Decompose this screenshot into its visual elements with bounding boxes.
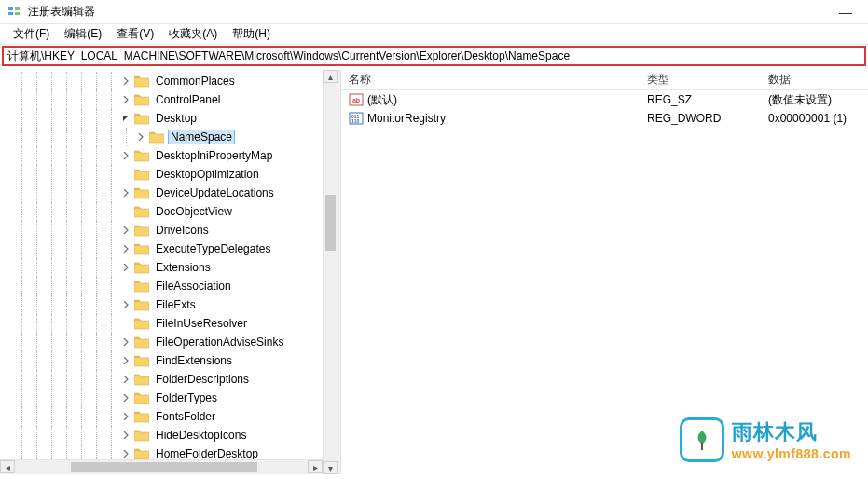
chevron-icon[interactable] xyxy=(134,133,147,141)
value-data: 0x00000001 (1) xyxy=(761,112,868,125)
tree-item-fileexts[interactable]: FileExts xyxy=(0,295,338,314)
col-name[interactable]: 名称 xyxy=(341,72,640,88)
tree-item-commonplaces[interactable]: CommonPlaces xyxy=(0,72,338,90)
tree-item-desktop[interactable]: Desktop xyxy=(0,109,338,128)
tree-item-namespace[interactable]: NameSpace xyxy=(0,128,338,146)
tree-item-findextensions[interactable]: FindExtensions xyxy=(0,351,338,370)
folder-icon xyxy=(134,410,149,423)
svg-rect-9 xyxy=(701,443,703,450)
chevron-icon[interactable] xyxy=(119,264,132,271)
tree-label: ControlPanel xyxy=(153,92,223,107)
col-data[interactable]: 数据 xyxy=(761,72,868,88)
menu-view[interactable]: 查看(V) xyxy=(109,26,161,42)
menu-edit[interactable]: 编辑(E) xyxy=(57,26,109,42)
folder-icon xyxy=(134,317,149,330)
folder-icon xyxy=(134,354,149,367)
value-type-icon: 011110 xyxy=(349,111,364,126)
tree-item-fileoperationadvisesinks[interactable]: FileOperationAdviseSinks xyxy=(0,333,338,351)
tree-scroll-up[interactable]: ▴ xyxy=(323,70,338,83)
address-bar[interactable]: 计算机\HKEY_LOCAL_MACHINE\SOFTWARE\Microsof… xyxy=(2,46,866,66)
tree-label: FolderTypes xyxy=(153,390,220,405)
window-controls: — xyxy=(834,3,861,21)
tree-hscroll-right[interactable]: ▸ xyxy=(308,460,323,473)
minimize-button[interactable]: — xyxy=(834,3,857,21)
tree-panel: CommonPlacesControlPanelDesktopNameSpace… xyxy=(0,70,338,474)
chevron-icon[interactable] xyxy=(119,450,132,458)
watermark-icon xyxy=(680,417,724,462)
tree-label: DriveIcons xyxy=(153,223,212,238)
chevron-icon[interactable] xyxy=(119,413,132,420)
tree-item-fileassociation[interactable]: FileAssociation xyxy=(0,277,338,295)
tree-scroll-thumb[interactable] xyxy=(325,195,336,251)
regedit-icon xyxy=(7,5,22,20)
chevron-icon[interactable] xyxy=(119,431,132,439)
tree-label: Extensions xyxy=(153,260,214,275)
tree-hscroll: ◂ ▸ xyxy=(0,459,323,474)
tree-item-hidedesktopicons[interactable]: HideDesktopIcons xyxy=(0,426,338,445)
chevron-icon[interactable] xyxy=(119,189,132,197)
tree-item-executetypedelegates[interactable]: ExecuteTypeDelegates xyxy=(0,240,338,258)
value-data: (数值未设置) xyxy=(761,92,868,108)
tree-item-extensions[interactable]: Extensions xyxy=(0,258,338,277)
svg-rect-3 xyxy=(15,12,20,15)
tree-item-controlpanel[interactable]: ControlPanel xyxy=(0,90,338,109)
value-type: REG_SZ xyxy=(640,93,761,106)
tree-scroll-down[interactable]: ▾ xyxy=(323,461,338,474)
folder-icon xyxy=(134,93,149,106)
folder-icon xyxy=(134,75,149,88)
chevron-icon[interactable] xyxy=(119,77,132,85)
tree-label: FindExtensions xyxy=(153,353,235,368)
tree-item-driveicons[interactable]: DriveIcons xyxy=(0,221,338,240)
value-row[interactable]: ab(默认)REG_SZ(数值未设置) xyxy=(341,90,868,109)
watermark-cn: 雨林木风 xyxy=(732,418,851,446)
value-row[interactable]: 011110MonitorRegistryREG_DWORD0x00000001… xyxy=(341,109,868,128)
chevron-icon[interactable] xyxy=(119,96,132,103)
main-panel: CommonPlacesControlPanelDesktopNameSpace… xyxy=(0,70,868,474)
tree-label: CommonPlaces xyxy=(153,74,238,89)
chevron-icon[interactable] xyxy=(119,152,132,159)
col-type[interactable]: 类型 xyxy=(640,72,761,88)
folder-icon xyxy=(134,261,149,274)
tree-hscroll-track[interactable] xyxy=(15,460,308,474)
address-path: 计算机\HKEY_LOCAL_MACHINE\SOFTWARE\Microsof… xyxy=(7,48,570,64)
svg-text:110: 110 xyxy=(351,118,360,124)
chevron-icon[interactable] xyxy=(119,115,132,122)
tree-label: DocObjectView xyxy=(153,204,235,219)
folder-icon xyxy=(134,447,149,460)
tree-hscroll-thumb[interactable] xyxy=(71,462,257,472)
svg-rect-2 xyxy=(15,7,20,10)
values-header: 名称 类型 数据 xyxy=(341,70,868,90)
folder-icon xyxy=(134,242,149,255)
tree-label: DesktopOptimization xyxy=(153,167,262,182)
menu-help[interactable]: 帮助(H) xyxy=(225,26,278,42)
tree-item-deviceupdatelocations[interactable]: DeviceUpdateLocations xyxy=(0,184,338,202)
tree-item-desktopoptimization[interactable]: DesktopOptimization xyxy=(0,165,338,184)
menu-file[interactable]: 文件(F) xyxy=(6,26,57,42)
tree-label: DeviceUpdateLocations xyxy=(153,185,277,200)
tree-label: ExecuteTypeDelegates xyxy=(153,241,273,256)
tree-item-fontsfolder[interactable]: FontsFolder xyxy=(0,407,338,426)
tree-label: FileAssociation xyxy=(153,279,234,294)
chevron-icon[interactable] xyxy=(119,301,132,308)
chevron-icon[interactable] xyxy=(119,338,132,346)
chevron-icon[interactable] xyxy=(119,394,132,402)
tree-item-foldertypes[interactable]: FolderTypes xyxy=(0,389,338,407)
folder-icon xyxy=(134,429,149,442)
tree-item-fileinuseresolver[interactable]: FileInUseResolver xyxy=(0,314,338,333)
tree-label: FontsFolder xyxy=(153,409,218,424)
folder-icon xyxy=(149,130,164,144)
menu-favorites[interactable]: 收藏夹(A) xyxy=(161,26,225,42)
tree-item-desktopinipropertymap[interactable]: DesktopIniPropertyMap xyxy=(0,146,338,165)
chevron-icon[interactable] xyxy=(119,376,132,383)
chevron-icon[interactable] xyxy=(119,245,132,253)
tree-scrollbar[interactable] xyxy=(323,83,338,461)
tree-item-docobjectview[interactable]: DocObjectView xyxy=(0,202,338,221)
window-title: 注册表编辑器 xyxy=(28,4,95,20)
tree-label: HideDesktopIcons xyxy=(153,428,249,443)
tree-label: Desktop xyxy=(153,111,200,126)
chevron-icon[interactable] xyxy=(119,226,132,234)
folder-icon xyxy=(134,112,149,125)
tree-hscroll-left[interactable]: ◂ xyxy=(0,460,15,473)
tree-item-folderdescriptions[interactable]: FolderDescriptions xyxy=(0,370,338,389)
chevron-icon[interactable] xyxy=(119,357,132,364)
